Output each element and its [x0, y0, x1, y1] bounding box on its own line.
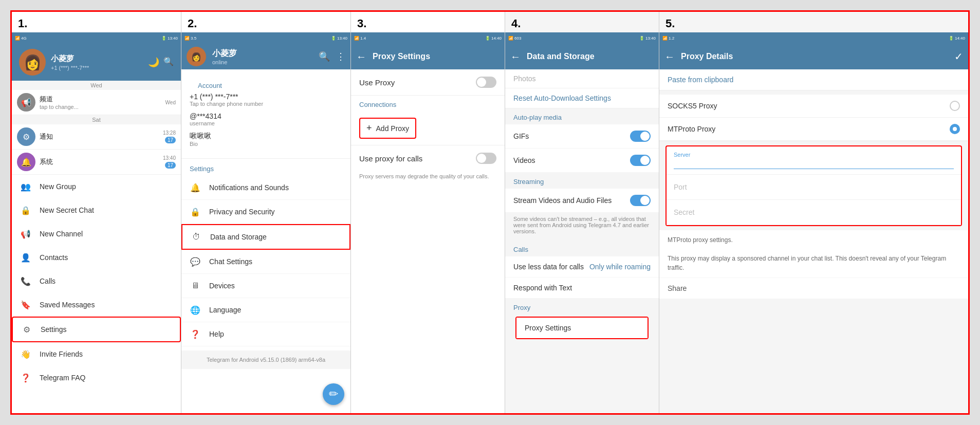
chat-info-3: 系统: [40, 157, 163, 167]
settings-language[interactable]: 🌐 Language: [181, 298, 350, 322]
step1-battery-icon: 🔋: [161, 36, 167, 41]
privacy-label: Privacy and Security: [209, 208, 275, 216]
menu-settings[interactable]: ⚙ Settings: [12, 317, 181, 342]
mtproto-row[interactable]: MTProto Proxy: [659, 118, 968, 141]
chat-avatar-1: 📢: [17, 93, 35, 112]
reset-auto-download-row[interactable]: Reset Auto-Download Settings: [505, 88, 659, 108]
step2-screen: 📶 3.5 🔋 13:40 👩 小菱萝 online 🔍 ⋮: [181, 32, 350, 413]
menu-faq[interactable]: ❓ Telegram FAQ: [12, 366, 181, 390]
step2-search-icon[interactable]: 🔍: [319, 51, 330, 62]
proxy-settings-box: Proxy Settings: [515, 317, 649, 339]
gifs-toggle[interactable]: [630, 131, 651, 142]
contacts-icon: 👤: [20, 252, 31, 263]
calls-section-header: Calls: [505, 241, 659, 256]
step1-username: 小菱萝: [51, 54, 89, 64]
socks5-row[interactable]: SOCKS5 Proxy: [659, 95, 968, 118]
respond-text-row[interactable]: Respond with Text: [505, 278, 659, 298]
help-icon: ❓: [190, 328, 201, 340]
step3-screen: 📶 1.4 🔋 14:40 ← Proxy Settings Use Proxy: [351, 32, 505, 413]
step5-screen: 📶 1.2 🔋 14:40 ← Proxy Details ✓ Paste fr…: [659, 32, 968, 413]
step3-title: Proxy Settings: [373, 52, 500, 61]
menu-new-channel[interactable]: 📢 New Channel: [12, 222, 181, 246]
step2-avatar: 👩: [187, 47, 206, 66]
proxy-calls-toggle[interactable]: [476, 153, 496, 164]
calls-data-row[interactable]: Use less data for calls Only while roami…: [505, 256, 659, 277]
calls-label: Calls: [40, 277, 56, 285]
server-field-label: Server: [674, 152, 954, 158]
settings-chat[interactable]: 💬 Chat Settings: [181, 250, 350, 274]
step2-title: 小菱萝: [212, 48, 315, 59]
compose-button[interactable]: ✏: [323, 383, 344, 405]
chat-item-1[interactable]: 📢 频道 tap to change... Wed: [12, 90, 181, 115]
step2-bio-value: 啾啾啾: [190, 132, 342, 141]
server-input[interactable]: [674, 159, 954, 169]
chat-item-3[interactable]: 🔔 系统 13:40 17: [12, 150, 181, 175]
port-field-row: Port: [667, 175, 961, 200]
chat-preview-1: tap to change...: [40, 104, 165, 110]
step5-panel: 5. 📶 1.2 🔋 14:40 ← Proxy Details ✓: [659, 12, 968, 413]
add-proxy-button[interactable]: + Add Proxy: [359, 118, 416, 139]
step3-title-block: Proxy Settings: [373, 52, 500, 61]
step2-username-label: username: [190, 120, 342, 126]
settings-help[interactable]: ❓ Help: [181, 322, 350, 346]
notifications-label: Notifications and Sounds: [209, 183, 289, 192]
step2-subtitle: online: [212, 59, 315, 65]
step5-back-arrow[interactable]: ←: [664, 51, 675, 63]
settings-data-storage[interactable]: ⏱ Data and Storage: [181, 224, 350, 250]
chat-meta-1: Wed: [165, 100, 176, 105]
main-container: 1. 📶 4G 🔋 13:40 👩: [10, 10, 970, 415]
settings-privacy[interactable]: 🔒 Privacy and Security: [181, 200, 350, 224]
step2-settings-header: Settings: [181, 159, 350, 176]
menu-contacts[interactable]: 👤 Contacts: [12, 246, 181, 269]
step4-back-arrow[interactable]: ←: [510, 51, 521, 63]
step3-back-arrow[interactable]: ←: [356, 51, 366, 63]
videos-toggle[interactable]: [630, 155, 651, 166]
step4-battery: 🔋: [639, 36, 644, 41]
use-proxy-toggle[interactable]: [476, 77, 496, 88]
step5-header: ← Proxy Details ✓: [659, 44, 968, 69]
mtproto-note: MTProto proxy settings. This proxy may d…: [659, 230, 968, 278]
proxy-calls-row: Use proxy for calls: [351, 145, 505, 171]
step1-status-bar: 📶 4G 🔋 13:40: [12, 32, 181, 44]
settings-devices[interactable]: 🖥 Devices: [181, 274, 350, 298]
step4-label: 4.: [505, 12, 659, 32]
step1-user-text: 小菱萝 +1 (***) ***-7***: [51, 54, 89, 71]
language-label: Language: [209, 306, 241, 314]
search-icon-step1[interactable]: 🔍: [163, 57, 174, 68]
proxy-calls-label: Use proxy for calls: [359, 154, 422, 163]
add-proxy-label: Add Proxy: [376, 124, 410, 133]
step2-panel: 2. 📶 3.5 🔋 13:40 👩 小菱萝 online: [181, 12, 351, 413]
step4-panel: 4. 📶 603 🔋 13:40 ← Data and Storage: [505, 12, 659, 413]
help-label: Help: [209, 330, 224, 338]
calls-data-label: Use less data for calls: [513, 263, 584, 271]
proxy-settings-button[interactable]: Proxy Settings: [516, 318, 648, 338]
step5-checkmark-icon[interactable]: ✓: [954, 50, 963, 63]
calls-data-value: Only while roaming: [589, 263, 651, 271]
menu-calls[interactable]: 📞 Calls: [12, 269, 181, 293]
step2-status-right: 🔋 13:40: [331, 36, 347, 41]
share-button[interactable]: Share: [659, 278, 968, 299]
step2-phone-label: Tap to change phone number: [190, 101, 342, 107]
step4-title: Data and Storage: [527, 52, 654, 61]
step5-status-right: 🔋 14:40: [949, 36, 965, 41]
socks5-radio[interactable]: [950, 101, 960, 111]
share-label: Share: [668, 284, 687, 292]
step2-more-icon[interactable]: ⋮: [336, 51, 345, 62]
unread-badge-2: 17: [165, 137, 176, 143]
chat-item-2[interactable]: ⚙ 通知 13:28 17: [12, 124, 181, 150]
settings-icon: ⚙: [21, 324, 32, 335]
step3-label: 3.: [351, 12, 505, 32]
settings-notifications[interactable]: 🔔 Notifications and Sounds: [181, 176, 350, 200]
mtproto-radio[interactable]: [950, 124, 960, 134]
paste-from-clipboard-link[interactable]: Paste from clipboard: [659, 69, 968, 90]
menu-invite-friends[interactable]: 👋 Invite Friends: [12, 342, 181, 366]
gifs-label: GIFs: [513, 132, 529, 140]
step2-signal: 📶: [184, 36, 190, 41]
step5-status-left: 📶 1.2: [662, 36, 674, 41]
data-storage-label: Data and Storage: [210, 233, 267, 241]
menu-new-group[interactable]: 👥 New Group: [12, 175, 181, 198]
step4-signal: 📶: [508, 36, 513, 41]
menu-new-secret-chat[interactable]: 🔒 New Secret Chat: [12, 198, 181, 222]
stream-toggle[interactable]: [630, 195, 651, 206]
menu-saved-messages[interactable]: 🔖 Saved Messages: [12, 293, 181, 317]
